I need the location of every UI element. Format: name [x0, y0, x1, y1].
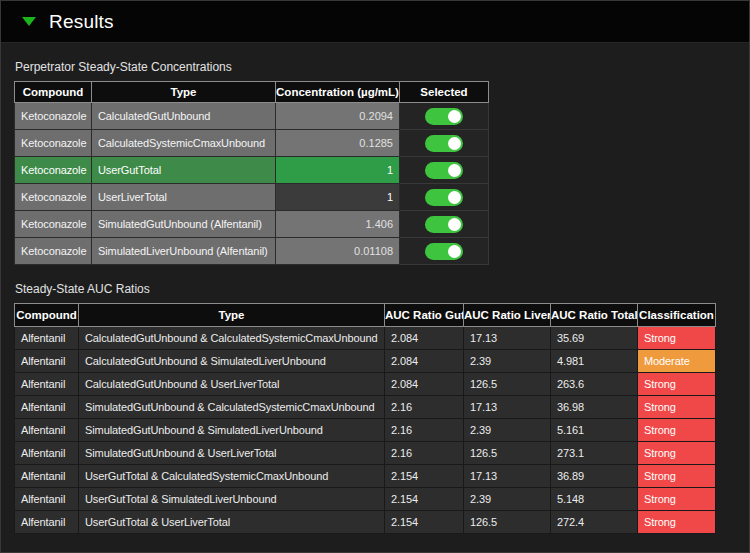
- concentration-row[interactable]: KetoconazoleCalculatedGutUnbound0.2094: [15, 103, 489, 130]
- column-header: AUC Ratio Gut: [385, 304, 464, 327]
- auc-section-title: Steady-State AUC Ratios: [15, 282, 749, 296]
- selected-cell: [400, 130, 489, 157]
- type-cell: SimulatedGutUnbound & SimulatedLiverUnbo…: [79, 419, 385, 442]
- column-header: Compound: [15, 82, 92, 103]
- auc-total-cell: 36.98: [551, 396, 638, 419]
- auc-total-cell: 263.6: [551, 373, 638, 396]
- type-cell: SimulatedGutUnbound & CalculatedSystemic…: [79, 396, 385, 419]
- auc-row[interactable]: AlfentanilCalculatedGutUnbound & UserLiv…: [15, 373, 716, 396]
- selected-toggle[interactable]: [425, 135, 463, 152]
- collapse-triangle-icon[interactable]: [22, 17, 36, 26]
- type-cell: UserGutTotal & CalculatedSystemicCmaxUnb…: [79, 465, 385, 488]
- column-header: Type: [79, 304, 385, 327]
- auc-gut-cell: 2.154: [385, 511, 464, 534]
- auc-ratios-table: CompoundTypeAUC Ratio GutAUC Ratio Liver…: [14, 303, 716, 534]
- classification-badge: Strong: [638, 327, 716, 350]
- selected-cell: [400, 184, 489, 211]
- concentrations-section-title: Perpetrator Steady-State Concentrations: [15, 60, 749, 74]
- classification-badge: Strong: [638, 488, 716, 511]
- auc-gut-cell: 2.084: [385, 350, 464, 373]
- compound-cell: Alfentanil: [15, 419, 79, 442]
- compound-cell: Alfentanil: [15, 373, 79, 396]
- toggle-knob-icon: [448, 164, 461, 177]
- classification-badge: Strong: [638, 465, 716, 488]
- selected-toggle[interactable]: [425, 189, 463, 206]
- toggle-knob-icon: [448, 191, 461, 204]
- classification-badge: Strong: [638, 396, 716, 419]
- column-header: Type: [92, 82, 276, 103]
- column-header: AUC Ratio Liver: [464, 304, 551, 327]
- type-cell: UserGutTotal & UserLiverTotal: [79, 511, 385, 534]
- auc-row[interactable]: AlfentanilUserGutTotal & UserLiverTotal2…: [15, 511, 716, 534]
- page-title: Results: [49, 11, 114, 33]
- auc-row[interactable]: AlfentanilCalculatedGutUnbound & Calcula…: [15, 327, 716, 350]
- type-cell: UserGutTotal & SimulatedLiverUnbound: [79, 488, 385, 511]
- concentration-value-cell: 1: [276, 157, 400, 184]
- compound-cell: Ketoconazole: [15, 130, 92, 157]
- type-cell: UserLiverTotal: [92, 184, 276, 211]
- selected-cell: [400, 157, 489, 184]
- selected-cell: [400, 211, 489, 238]
- compound-cell: Ketoconazole: [15, 184, 92, 211]
- auc-row[interactable]: AlfentanilCalculatedGutUnbound & Simulat…: [15, 350, 716, 373]
- auc-row[interactable]: AlfentanilSimulatedGutUnbound & Calculat…: [15, 396, 716, 419]
- type-cell: CalculatedGutUnbound & SimulatedLiverUnb…: [79, 350, 385, 373]
- auc-gut-cell: 2.16: [385, 396, 464, 419]
- compound-cell: Alfentanil: [15, 465, 79, 488]
- compound-cell: Ketoconazole: [15, 157, 92, 184]
- compound-cell: Ketoconazole: [15, 211, 92, 238]
- toggle-knob-icon: [448, 137, 461, 150]
- classification-badge: Moderate: [638, 350, 716, 373]
- type-cell: CalculatedGutUnbound: [92, 103, 276, 130]
- auc-gut-cell: 2.084: [385, 327, 464, 350]
- auc-gut-cell: 2.16: [385, 419, 464, 442]
- concentration-value-cell: 0.1285: [276, 130, 400, 157]
- auc-total-cell: 36.89: [551, 465, 638, 488]
- classification-badge: Strong: [638, 442, 716, 465]
- selected-toggle[interactable]: [425, 108, 463, 125]
- auc-header-row: CompoundTypeAUC Ratio GutAUC Ratio Liver…: [15, 304, 716, 327]
- concentration-value-cell: 0.01108: [276, 238, 400, 265]
- column-header: Selected: [400, 82, 489, 103]
- auc-row[interactable]: AlfentanilUserGutTotal & CalculatedSyste…: [15, 465, 716, 488]
- classification-badge: Strong: [638, 373, 716, 396]
- auc-row[interactable]: AlfentanilUserGutTotal & SimulatedLiverU…: [15, 488, 716, 511]
- selected-toggle[interactable]: [425, 243, 463, 260]
- results-header-bar: Results: [1, 1, 749, 43]
- auc-liver-cell: 17.13: [464, 327, 551, 350]
- compound-cell: Alfentanil: [15, 350, 79, 373]
- compound-cell: Ketoconazole: [15, 238, 92, 265]
- concentration-row[interactable]: KetoconazoleSimulatedLiverUnbound (Alfen…: [15, 238, 489, 265]
- compound-cell: Alfentanil: [15, 511, 79, 534]
- auc-total-cell: 35.69: [551, 327, 638, 350]
- concentration-row[interactable]: KetoconazoleCalculatedSystemicCmaxUnboun…: [15, 130, 489, 157]
- auc-gut-cell: 2.16: [385, 442, 464, 465]
- concentration-value-cell[interactable]: 1: [276, 184, 400, 211]
- selected-toggle[interactable]: [425, 162, 463, 179]
- type-cell: CalculatedGutUnbound & CalculatedSystemi…: [79, 327, 385, 350]
- selected-toggle[interactable]: [425, 216, 463, 233]
- auc-liver-cell: 126.5: [464, 373, 551, 396]
- type-cell: SimulatedGutUnbound (Alfentanil): [92, 211, 276, 238]
- type-cell: SimulatedLiverUnbound (Alfentanil): [92, 238, 276, 265]
- auc-liver-cell: 17.13: [464, 396, 551, 419]
- content-area: Perpetrator Steady-State Concentrations …: [1, 60, 749, 534]
- concentration-row[interactable]: KetoconazoleUserGutTotal1: [15, 157, 489, 184]
- selected-cell: [400, 103, 489, 130]
- concentration-row[interactable]: KetoconazoleUserLiverTotal1: [15, 184, 489, 211]
- column-header: AUC Ratio Total: [551, 304, 638, 327]
- auc-total-cell: 272.4: [551, 511, 638, 534]
- concentration-value-cell: 0.2094: [276, 103, 400, 130]
- compound-cell: Alfentanil: [15, 396, 79, 419]
- auc-liver-cell: 2.39: [464, 350, 551, 373]
- auc-liver-cell: 126.5: [464, 442, 551, 465]
- selected-cell: [400, 238, 489, 265]
- toggle-knob-icon: [448, 110, 461, 123]
- concentration-row[interactable]: KetoconazoleSimulatedGutUnbound (Alfenta…: [15, 211, 489, 238]
- type-cell: CalculatedSystemicCmaxUnbound: [92, 130, 276, 157]
- compound-cell: Alfentanil: [15, 327, 79, 350]
- auc-row[interactable]: AlfentanilSimulatedGutUnbound & Simulate…: [15, 419, 716, 442]
- auc-row[interactable]: AlfentanilSimulatedGutUnbound & UserLive…: [15, 442, 716, 465]
- concentrations-header-row: CompoundTypeConcentration (µg/mL)Selecte…: [15, 82, 489, 103]
- column-header: Concentration (µg/mL): [276, 82, 400, 103]
